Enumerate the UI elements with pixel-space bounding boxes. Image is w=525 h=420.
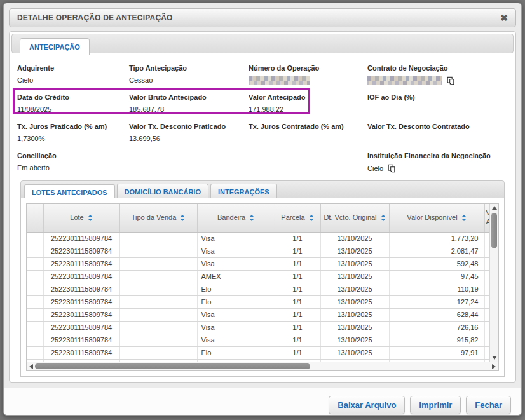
cell-parcela: 1/1: [275, 245, 320, 257]
cell-sel: [27, 346, 43, 359]
cell-vant: [484, 321, 489, 334]
cell-sel: [27, 245, 43, 257]
cell-lote: 2522301115809784: [43, 334, 119, 346]
operation-fields: Adquirente Cielo Tipo Antecipação Cessão…: [17, 53, 508, 175]
cell-sel: [27, 295, 43, 308]
cell-bandeira: Visa: [197, 321, 275, 334]
field-adquirente: Adquirente Cielo: [17, 58, 129, 88]
field-label: Valor Antecipado: [249, 93, 366, 101]
cell-tipo_venda: [119, 295, 197, 308]
cell-valor_disponivel: 1.773,20: [389, 232, 484, 245]
cell-dt_vcto: 13/10/2025: [320, 257, 389, 270]
table-row[interactable]: 2522301115809784Visa1/113/10/2025628,44: [27, 308, 489, 321]
cell-tipo_venda: [119, 245, 197, 257]
cell-sel: [27, 334, 43, 346]
cell-valor_disponivel: 726,16: [389, 321, 484, 334]
lotes-grid-viewport: Lote Tipo da Venda Bandeira: [27, 204, 489, 362]
field-label: Adquirente: [17, 64, 128, 72]
cell-lote: 2522301115809784: [43, 321, 119, 334]
close-button[interactable]: Fechar: [466, 396, 511, 414]
header-parcela[interactable]: Parcela: [275, 204, 320, 232]
sort-icon: [88, 215, 93, 221]
cell-tipo_venda: [119, 270, 197, 283]
field-label: Valor Tx. Desconto Contratado: [367, 123, 507, 130]
tab-antecipacao[interactable]: ANTECIPAÇÃO: [20, 38, 90, 55]
field-label: IOF ao Dia (%): [367, 93, 507, 101]
header-valor-antecipado[interactable]: Valor Antecipado: [484, 204, 489, 232]
table-row[interactable]: 2522301115809784Visa1/113/10/2025592,48: [27, 257, 489, 270]
cell-parcela: 1/1: [275, 321, 320, 334]
header-dt-vcto-original[interactable]: Dt. Vcto. Original: [320, 204, 389, 232]
header-tipo-da-venda[interactable]: Tipo da Venda: [119, 204, 197, 232]
field-valor-tx-desconto-praticado: Valor Tx. Desconto Praticado 13.699,56: [129, 117, 249, 146]
close-icon[interactable]: ✖: [500, 13, 508, 22]
tab-lotes-antecipados[interactable]: LOTES ANTECIPADOS: [24, 184, 115, 198]
cell-valor_disponivel: 2.081,47: [389, 245, 484, 257]
cell-sel: [27, 257, 43, 270]
tab-integracoes[interactable]: INTEGRAÇÕES: [210, 184, 277, 198]
horizontal-scrollbar[interactable]: [27, 362, 498, 370]
cell-parcela: 1/1: [275, 257, 320, 270]
cell-bandeira: Visa: [197, 257, 275, 270]
scroll-right-icon[interactable]: [492, 364, 496, 369]
field-label: Valor Bruto Antecipado: [129, 93, 247, 101]
download-file-button[interactable]: Baixar Arquivo: [329, 396, 405, 414]
scroll-left-icon[interactable]: [29, 364, 33, 369]
field-numero-operacao: Número da Operação: [249, 58, 367, 88]
header-lote[interactable]: Lote: [43, 204, 119, 232]
cell-valor_disponivel: 915,82: [389, 334, 484, 346]
cell-dt_vcto: 13/10/2025: [320, 283, 389, 295]
scroll-up-icon[interactable]: [492, 206, 497, 210]
cell-bandeira: Elo: [197, 295, 275, 308]
field-value: Cielo: [17, 76, 128, 84]
cell-bandeira: Visa: [197, 308, 275, 321]
cell-valor_disponivel: 110,19: [389, 283, 484, 295]
cell-sel: [27, 232, 43, 245]
table-row[interactable]: 2522301115809784Visa1/113/10/2025915,82: [27, 334, 489, 346]
field-tx-juros-praticado: Tx. Juros Praticado (% am) 1,7300%: [17, 117, 129, 146]
cell-dt_vcto: 13/10/2025: [320, 295, 389, 308]
table-row[interactable]: 2522301115809784Elo1/113/10/2025110,19: [27, 283, 489, 295]
lotes-grid: Lote Tipo da Venda Bandeira: [26, 203, 499, 371]
table-body: 2522301115809784Visa1/113/10/20251.773,2…: [27, 232, 489, 362]
table-row[interactable]: 2522301115809784Elo1/113/10/202597,91: [27, 346, 489, 359]
cell-lote: 2522301115809784: [43, 232, 119, 245]
field-label: Tx. Juros Praticado (% am): [17, 123, 128, 130]
cell-tipo_venda: [119, 308, 197, 321]
field-instituicao-financeira: Instituição Financeira da Negociação Cie…: [367, 146, 508, 175]
header-bandeira[interactable]: Bandeira: [197, 204, 275, 232]
vertical-scroll-thumb[interactable]: [491, 213, 497, 248]
field-label: Tipo Antecipação: [129, 64, 247, 72]
table-row[interactable]: 2522301115809784Visa1/113/10/2025726,16: [27, 321, 489, 334]
cell-vant: [484, 346, 489, 359]
sort-icon: [180, 215, 185, 221]
lotes-tab-widget: LOTES ANTECIPADOS DOMICÍLIO BANCÁRIO INT…: [20, 180, 505, 377]
sort-icon: [381, 215, 386, 221]
horizontal-scroll-thumb[interactable]: [35, 363, 310, 369]
cell-tipo_venda: [119, 321, 197, 334]
cell-vant: [484, 232, 489, 245]
cell-vant: [484, 270, 489, 283]
table-row[interactable]: 2522301115809784Visa1/113/10/20251.773,2…: [27, 232, 489, 245]
table-row[interactable]: 2522301115809784Elo1/113/10/2025127,24: [27, 295, 489, 308]
table-row[interactable]: 2522301115809784Visa1/113/10/20252.081,4…: [27, 245, 489, 257]
cell-lote: 2522301115809784: [43, 308, 119, 321]
tab-domicilio-bancario[interactable]: DOMICÍLIO BANCÁRIO: [117, 184, 208, 198]
cell-vant: [484, 257, 489, 270]
cell-dt_vcto: 13/10/2025: [320, 346, 389, 359]
cell-bandeira: AMEX: [197, 270, 275, 283]
vertical-scrollbar[interactable]: [489, 204, 498, 362]
header-valor-disponivel[interactable]: Valor Disponível: [389, 204, 484, 232]
cell-tipo_venda: [119, 257, 197, 270]
field-valor-antecipado: Valor Antecipado 171.988,22: [249, 88, 367, 117]
copy-icon[interactable]: [387, 164, 396, 173]
table-row[interactable]: 2522301115809784AMEX1/113/10/202597,45: [27, 270, 489, 283]
field-value: 13.699,56: [129, 135, 247, 142]
copy-icon[interactable]: [446, 76, 455, 85]
field-iof-ao-dia: IOF ao Dia (%): [367, 88, 508, 117]
print-button[interactable]: Imprimir: [410, 396, 461, 414]
cell-parcela: 1/1: [275, 334, 320, 346]
cell-parcela: 1/1: [275, 283, 320, 295]
scroll-down-icon[interactable]: [492, 356, 497, 360]
cell-parcela: 1/1: [275, 270, 320, 283]
